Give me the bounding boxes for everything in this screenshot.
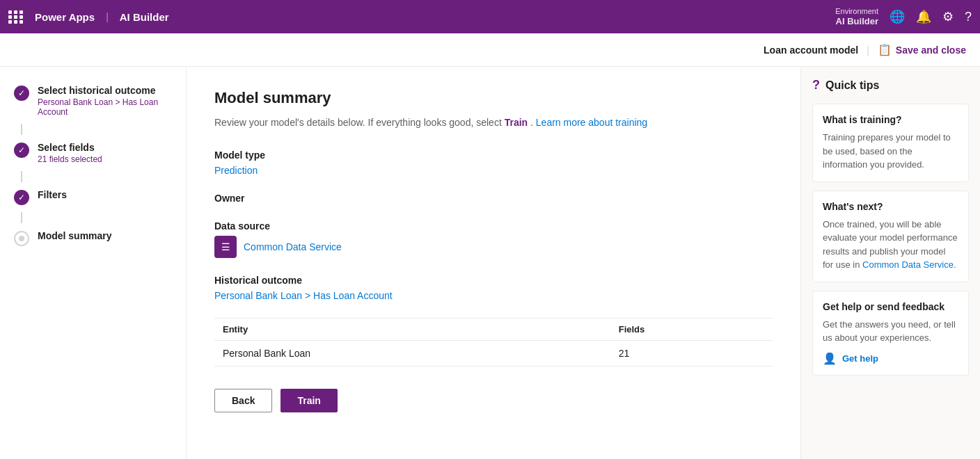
train-button[interactable]: Train bbox=[280, 389, 337, 412]
step-dot-4 bbox=[19, 236, 24, 241]
tip-card-get-help: Get help or send feedback Get the answer… bbox=[812, 291, 969, 376]
model-type-label: Model type bbox=[214, 150, 773, 161]
train-inline-link[interactable]: Train bbox=[505, 117, 528, 128]
settings-icon[interactable]: ⚙ bbox=[942, 9, 954, 24]
sidebar: ✓ Select historical outcome Personal Ban… bbox=[0, 67, 187, 459]
step-circle-1: ✓ bbox=[14, 86, 29, 101]
model-type-value[interactable]: Prediction bbox=[214, 165, 773, 176]
environment-info: Environment AI Builder bbox=[835, 7, 878, 26]
step-title-2: Select fields bbox=[38, 142, 172, 153]
app-name: Power Apps bbox=[35, 11, 95, 23]
tip-card-body-1: Training prepares your model to be used,… bbox=[823, 131, 958, 172]
sidebar-item-model-summary[interactable]: Model summary bbox=[0, 223, 186, 253]
step-title-1: Select historical outcome bbox=[38, 85, 172, 96]
tip-card-body-2: Once trained, you will be able evaluate … bbox=[823, 218, 958, 272]
step-connector-1 bbox=[21, 124, 22, 135]
tip-card-title-1: What is training? bbox=[823, 114, 958, 125]
datasource-row: ☰ Common Data Service bbox=[214, 236, 773, 258]
content-wrapper: Model summary Review your model's detail… bbox=[187, 67, 980, 459]
page-title: Model summary bbox=[214, 89, 773, 107]
main-content: Model summary Review your model's detail… bbox=[187, 67, 800, 459]
model-type-section: Model type Prediction bbox=[214, 150, 773, 176]
col-entity: Entity bbox=[214, 319, 610, 341]
tip-card-title-2: What's next? bbox=[823, 201, 958, 212]
check-icon-1: ✓ bbox=[18, 88, 25, 98]
model-name-label: Loan account model bbox=[764, 45, 858, 56]
data-source-section: Data source ☰ Common Data Service bbox=[214, 220, 773, 258]
cds-link[interactable]: Common Data Service bbox=[862, 259, 954, 270]
historical-outcome-label: Historical outcome bbox=[214, 275, 773, 286]
cell-fields: 21 bbox=[610, 341, 773, 367]
environment-icon[interactable]: 🌐 bbox=[890, 9, 905, 24]
grid-menu-icon[interactable] bbox=[8, 10, 24, 24]
datasource-icon-glyph: ☰ bbox=[221, 241, 230, 252]
environment-label: Environment bbox=[835, 7, 878, 15]
main-container: ✓ Select historical outcome Personal Ban… bbox=[0, 67, 980, 459]
check-icon-3: ✓ bbox=[18, 193, 25, 202]
step-circle-2: ✓ bbox=[14, 143, 29, 158]
step-title-4: Model summary bbox=[38, 230, 172, 241]
action-buttons: Back Train bbox=[214, 389, 773, 412]
tips-title: Quick tips bbox=[825, 79, 879, 92]
topnav-right: Environment AI Builder 🌐 🔔 ⚙ ? bbox=[835, 7, 972, 26]
sidebar-item-filters[interactable]: ✓ Filters bbox=[0, 182, 186, 212]
historical-outcome-section: Historical outcome Personal Bank Loan > … bbox=[214, 275, 773, 301]
get-help-row: 👤 Get help bbox=[823, 352, 958, 365]
step-subtitle-2: 21 fields selected bbox=[38, 154, 172, 164]
fields-table: Entity Fields Personal Bank Loan 21 bbox=[214, 318, 773, 367]
historical-outcome-value[interactable]: Personal Bank Loan > Has Loan Account bbox=[214, 290, 773, 301]
get-help-icon: 👤 bbox=[823, 352, 837, 365]
tip-card-whats-next: What's next? Once trained, you will be a… bbox=[812, 191, 969, 282]
tips-question-icon: ? bbox=[812, 78, 820, 92]
tips-header: ? Quick tips bbox=[812, 78, 969, 92]
data-source-label: Data source bbox=[214, 220, 773, 232]
top-navigation: Power Apps | AI Builder Environment AI B… bbox=[0, 0, 980, 33]
sidebar-item-select-fields[interactable]: ✓ Select fields 21 fields selected bbox=[0, 135, 186, 171]
step-circle-3: ✓ bbox=[14, 190, 29, 205]
get-help-link[interactable]: Get help bbox=[842, 353, 878, 364]
cell-entity: Personal Bank Loan bbox=[214, 341, 610, 367]
datasource-icon: ☰ bbox=[214, 236, 237, 258]
tip-card-what-is-training: What is training? Training prepares your… bbox=[812, 104, 969, 182]
learn-more-link[interactable]: Learn more about training bbox=[536, 117, 647, 128]
save-close-label: Save and close bbox=[896, 45, 966, 56]
owner-label: Owner bbox=[214, 193, 773, 204]
sidebar-item-historical-outcome[interactable]: ✓ Select historical outcome Personal Ban… bbox=[0, 78, 186, 124]
desc-prefix: Review your model's details below. If ev… bbox=[214, 117, 505, 128]
step-content-3: Filters bbox=[38, 189, 172, 200]
table-header-row: Entity Fields bbox=[214, 319, 773, 341]
fields-table-section: Entity Fields Personal Bank Loan 21 bbox=[214, 318, 773, 367]
desc-suffix: . bbox=[530, 117, 536, 128]
bell-icon[interactable]: 🔔 bbox=[916, 9, 931, 24]
table-row: Personal Bank Loan 21 bbox=[214, 341, 773, 367]
step-circle-4 bbox=[14, 231, 29, 246]
save-icon: 📋 bbox=[878, 43, 892, 56]
page-description: Review your model's details below. If ev… bbox=[214, 115, 773, 130]
header-separator: | bbox=[867, 45, 869, 56]
owner-section: Owner bbox=[214, 193, 773, 204]
step-content-2: Select fields 21 fields selected bbox=[38, 142, 172, 164]
tip-card-body-3: Get the answers you need, or tell us abo… bbox=[823, 318, 958, 345]
step-title-3: Filters bbox=[38, 189, 172, 200]
step-connector-3 bbox=[21, 212, 22, 223]
datasource-value[interactable]: Common Data Service bbox=[244, 241, 342, 252]
step-connector-2 bbox=[21, 171, 22, 182]
col-fields: Fields bbox=[610, 319, 773, 341]
help-icon[interactable]: ? bbox=[965, 10, 972, 24]
product-name: AI Builder bbox=[120, 11, 169, 23]
save-close-button[interactable]: 📋 Save and close bbox=[878, 43, 966, 56]
step-content-1: Select historical outcome Personal Bank … bbox=[38, 85, 172, 117]
step-subtitle-1: Personal Bank Loan > Has Loan Account bbox=[38, 97, 172, 117]
nav-separator: | bbox=[106, 11, 109, 22]
header-bar: Loan account model | 📋 Save and close bbox=[0, 33, 980, 67]
back-button[interactable]: Back bbox=[214, 389, 272, 412]
check-icon-2: ✓ bbox=[18, 145, 25, 155]
quick-tips-panel: ? Quick tips What is training? Training … bbox=[800, 67, 980, 459]
step-content-4: Model summary bbox=[38, 230, 172, 241]
environment-name: AI Builder bbox=[836, 16, 878, 26]
tip-card-title-3: Get help or send feedback bbox=[823, 301, 958, 312]
